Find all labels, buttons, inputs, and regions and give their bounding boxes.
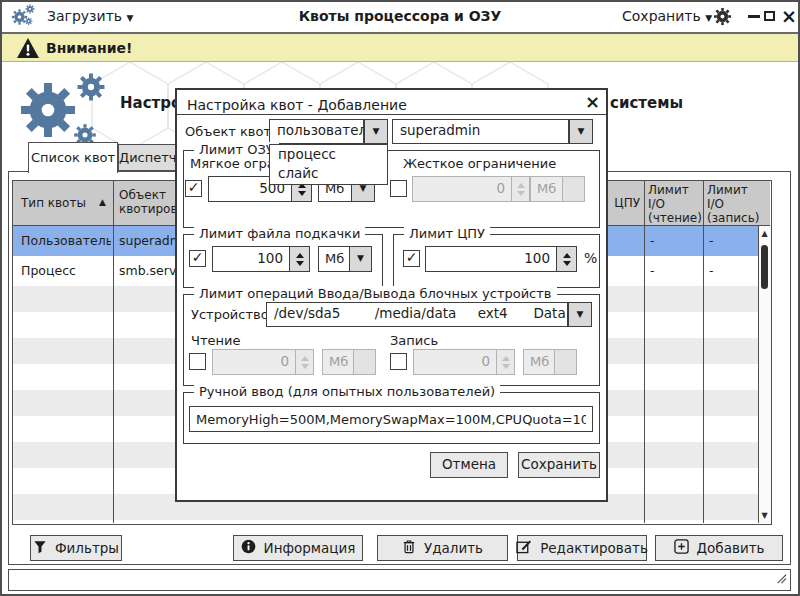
tab-quota-list-label: Список квот [31,150,115,165]
spin-down-icon [301,364,309,369]
edit-pencil-icon [516,539,532,557]
add-button-label: Добавить [697,540,765,556]
save-menu-button[interactable]: Сохранить ▼ [622,0,712,34]
io-read-spinner [296,349,314,375]
warning-triangle-icon [16,37,40,63]
information-button-label: Информация [264,540,356,556]
device-caret-icon[interactable]: ▼ [568,302,592,327]
spin-down-icon[interactable] [563,261,571,266]
device-select[interactable]: /dev/sda5 /media/data ext4 Data [266,302,568,327]
io-read-label: Чтение [191,333,240,348]
io-write-label: Запись [390,333,438,348]
edit-button[interactable]: Редактировать [517,535,647,561]
warning-banner: Внимание! [0,34,800,62]
hard-limit-checkbox[interactable] [390,180,407,197]
column-divider [113,181,114,523]
soft-limit-checkbox[interactable]: ✓ [185,180,202,197]
swap-limit-checkbox[interactable]: ✓ [189,250,206,267]
scrollbar-thumb[interactable] [761,245,768,289]
spin-down-icon[interactable] [296,261,304,266]
cpu-limit-legend: Лимит ЦПУ [404,226,490,241]
check-icon: ✓ [188,179,200,195]
title-bar: Загрузить ▼ Квоты процессора и ОЗУ Сохра… [0,0,800,34]
io-read-unit-caret-icon [354,349,376,375]
quota-object-type-caret-icon[interactable]: ▼ [364,119,388,144]
spin-up-icon[interactable] [563,253,571,258]
save-button[interactable]: Сохранить [518,452,600,478]
quota-object-target-select[interactable]: superadmin [392,119,569,144]
column-divider [644,181,645,523]
save-menu-label: Сохранить [622,8,701,24]
quota-object-target-caret-icon[interactable]: ▼ [569,119,593,144]
app-window: Загрузить ▼ Квоты процессора и ОЗУ Сохра… [0,0,800,596]
swap-limit-spinner[interactable] [290,246,310,272]
swap-limit-legend: Лимит файла подкачки [194,226,365,241]
swap-limit-unit-caret-icon[interactable]: ▼ [350,246,372,272]
manual-input-field[interactable] [189,406,593,432]
io-read-checkbox[interactable] [189,353,206,370]
column-header-io-read[interactable]: Лимит I/O (чтение) [648,183,700,225]
quota-object-type-select[interactable]: пользователь [269,119,364,144]
info-icon [241,539,256,557]
plus-square-icon [674,539,689,557]
hard-limit-value: 0 [412,176,512,202]
io-write-spinner [497,349,515,375]
status-bar [8,569,791,591]
hard-limit-spinner [512,176,530,202]
spin-down-icon [517,191,525,196]
cpu-limit-checkbox[interactable]: ✓ [403,250,420,267]
io-read-unit-select: Мб [322,349,354,375]
scroll-up-icon[interactable]: ▲ [758,229,771,238]
spin-down-icon [502,364,510,369]
dropdown-option-slice[interactable]: слайс [270,164,387,183]
column-divider [703,181,704,523]
hard-limit-unit-caret-icon [563,176,585,202]
io-write-value: 0 [413,349,497,375]
check-icon: ✓ [192,249,204,265]
swap-limit-value[interactable]: 100 [212,246,290,272]
chevron-down-icon: ▼ [705,13,712,23]
io-write-checkbox[interactable] [390,353,407,370]
maximize-button[interactable] [764,11,775,21]
quota-settings-dialog: Настройка квот - Добавление × Объект кво… [175,88,608,502]
spin-up-icon[interactable] [296,253,304,258]
spin-down-icon[interactable] [298,191,306,196]
delete-button[interactable]: Удалить [377,535,508,561]
spin-up-icon [301,356,309,361]
io-limit-legend: Лимит операций Ввода/Вывода блочных устр… [194,286,557,301]
warning-text: Внимание! [46,34,132,62]
cpu-limit-unit-label: % [584,250,597,266]
tab-quota-list[interactable]: Список квот [28,142,118,173]
delete-button-label: Удалить [424,540,483,556]
sort-ascending-icon: ▲ [99,197,106,207]
quota-object-dropdown-list: процесс слайс [269,144,388,185]
hard-limit-label: Жесткое ограничение [403,156,556,171]
information-button[interactable]: Информация [233,535,363,561]
dropdown-option-process[interactable]: процесс [270,145,387,164]
trash-icon [402,539,416,557]
cpu-limit-value[interactable]: 100 [425,246,557,272]
edit-button-label: Редактировать [540,540,648,556]
page-heading-right: системы [610,94,683,112]
manual-input-legend: Ручной ввод (для опытных пользователей) [194,384,500,399]
scroll-down-icon[interactable]: ▼ [758,511,771,520]
cpu-limit-spinner[interactable] [557,246,577,272]
filter-icon [33,540,47,557]
filters-button[interactable]: Фильтры [30,535,122,561]
close-window-button[interactable]: × [781,1,797,31]
resize-grip-icon[interactable] [774,569,787,588]
column-header-type[interactable]: Тип квоты [21,181,101,226]
ram-limit-legend: Лимит ОЗУ [194,142,279,157]
column-header-io-write[interactable]: Лимит I/O (запись) [707,183,757,225]
minimize-button[interactable] [748,15,760,18]
cancel-button[interactable]: Отмена [430,452,508,478]
swap-limit-unit-select[interactable]: Мб [318,246,350,272]
dialog-close-icon[interactable]: × [585,91,600,113]
check-icon: ✓ [406,249,418,265]
hard-limit-unit-select: Мб [530,176,563,202]
io-write-unit-caret-icon [555,349,577,375]
io-read-value: 0 [212,349,296,375]
io-write-unit-select: Мб [523,349,555,375]
settings-gear-icon[interactable] [713,7,732,30]
add-button[interactable]: Добавить [655,535,783,561]
